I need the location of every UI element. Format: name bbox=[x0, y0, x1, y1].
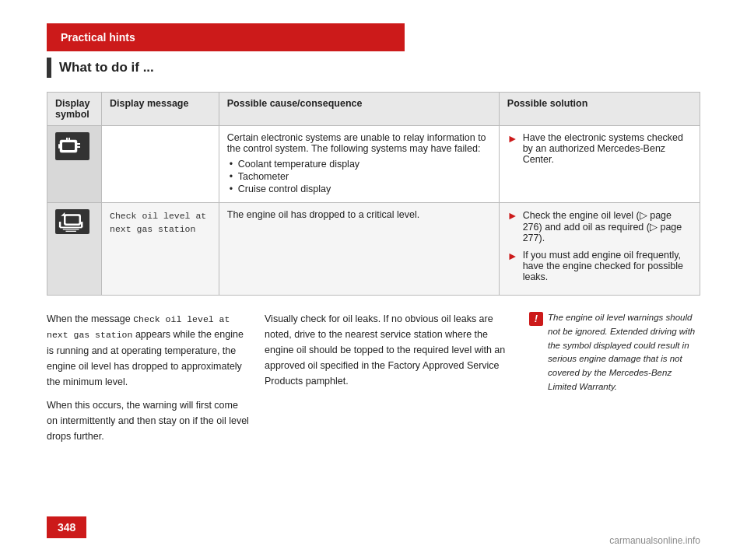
solution-text-1: Check the engine oil level (▷ page 276) … bbox=[523, 209, 692, 243]
table-row: Certain electronic systems are unable to… bbox=[47, 126, 700, 203]
watermark: carmanualsonline.info bbox=[609, 535, 700, 546]
svg-rect-3 bbox=[77, 146, 80, 148]
svg-rect-6 bbox=[66, 138, 68, 140]
solution-text-2: If you must add engine oil frequently, h… bbox=[523, 250, 692, 282]
col-header-symbol: Display symbol bbox=[47, 93, 102, 126]
bottom-left-para1: When the message Check oil level atnext … bbox=[47, 311, 249, 390]
solution-text: Have the electronic systems checked by a… bbox=[523, 132, 692, 165]
svg-rect-9 bbox=[65, 216, 79, 224]
svg-rect-1 bbox=[62, 142, 75, 150]
symbol-cell-1 bbox=[47, 126, 102, 203]
arrow-icon: ► bbox=[507, 132, 518, 145]
solution-item: ► Have the electronic systems checked by… bbox=[507, 132, 692, 165]
bullet-item: Tachometer bbox=[227, 171, 491, 182]
cause-text-2: The engine oil has dropped to a critical… bbox=[227, 209, 419, 220]
svg-rect-4 bbox=[58, 144, 60, 149]
message-cell-1 bbox=[102, 126, 219, 203]
bottom-left: When the message Check oil level atnext … bbox=[47, 311, 249, 452]
bottom-middle: Visually check for oil leaks. If no obvi… bbox=[265, 311, 514, 452]
cause-bullets-1: Coolant temperature display Tachometer C… bbox=[227, 159, 491, 194]
section-title: What to do if ... bbox=[59, 60, 154, 75]
bottom-section: When the message Check oil level atnext … bbox=[47, 311, 700, 452]
bottom-middle-text: Visually check for oil leaks. If no obvi… bbox=[265, 311, 514, 389]
table-header-row: Display symbol Display message Possible … bbox=[47, 93, 700, 126]
message-cell-2: Check oil level at next gas station bbox=[102, 203, 219, 296]
bottom-left-para2: When this occurs, the warning will first… bbox=[47, 397, 249, 444]
cause-cell-1: Certain electronic systems are unable to… bbox=[219, 126, 499, 203]
engine-warning-icon bbox=[55, 132, 89, 160]
bullet-item: Coolant temperature display bbox=[227, 159, 491, 170]
warning-icon: ! bbox=[529, 312, 543, 326]
oil-level-icon bbox=[55, 209, 89, 234]
header-bar: Practical hints bbox=[47, 23, 405, 51]
solution-item-1: ► Check the engine oil level (▷ page 276… bbox=[507, 209, 692, 243]
section-title-row: What to do if ... bbox=[47, 58, 747, 78]
cause-cell-2: The engine oil has dropped to a critical… bbox=[219, 203, 499, 296]
solution-cell-2: ► Check the engine oil level (▷ page 276… bbox=[499, 203, 700, 296]
main-table: Display symbol Display message Possible … bbox=[47, 92, 700, 296]
arrow-icon: ► bbox=[507, 209, 518, 222]
symbol-cell-2 bbox=[47, 203, 102, 296]
solution-item-2: ► If you must add engine oil frequently,… bbox=[507, 250, 692, 282]
section-title-accent bbox=[47, 58, 51, 78]
code-inline-1: Check oil level atnext gas station bbox=[47, 314, 230, 340]
svg-rect-5 bbox=[68, 138, 70, 140]
col-header-cause: Possible cause/consequence bbox=[219, 93, 499, 126]
svg-point-7 bbox=[65, 150, 66, 152]
display-message-2: Check oil level at next gas station bbox=[110, 211, 206, 234]
col-header-solution: Possible solution bbox=[499, 93, 700, 126]
arrow-icon: ► bbox=[507, 250, 518, 262]
table-row: Check oil level at next gas station The … bbox=[47, 203, 700, 296]
col-header-message: Display message bbox=[102, 93, 219, 126]
bullet-item: Cruise control display bbox=[227, 184, 491, 194]
svg-rect-2 bbox=[77, 143, 80, 145]
page-number: 348 bbox=[47, 516, 86, 538]
warning-box: ! The engine oil level warnings should n… bbox=[529, 311, 700, 394]
cause-text-1: Certain electronic systems are unable to… bbox=[227, 132, 486, 154]
solution-cell-1: ► Have the electronic systems checked by… bbox=[499, 126, 700, 203]
bottom-right: ! The engine oil level warnings should n… bbox=[529, 311, 700, 452]
warning-text: The engine oil level warnings should not… bbox=[548, 311, 700, 394]
